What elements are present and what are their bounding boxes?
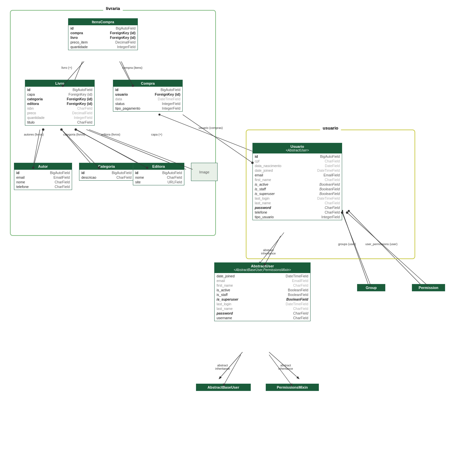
table-row: last_name CharField — [215, 306, 310, 311]
table-row: data_nascimento DateField — [253, 163, 342, 168]
table-row: id BigAutoField — [253, 154, 342, 159]
table-row: tipo_pagamento IntegerField — [113, 106, 182, 111]
entity-abstractuser-header: AbstractUser <AbstractBaseUser,Permissio… — [215, 263, 310, 273]
relation-compra-itens: compra (itens) — [122, 66, 142, 69]
entity-usuario-body: id BigAutoField cpf CharField data_nasci… — [253, 153, 342, 220]
table-row: preco DecimalField — [25, 111, 94, 115]
group-usuario-label: usuario — [320, 126, 341, 131]
table-row: username CharField — [215, 316, 310, 320]
image-capa: Image — [191, 163, 218, 181]
table-row: capa ForeignKey (id) — [25, 92, 94, 97]
table-row: data DateTimeField — [113, 97, 182, 101]
relation-autores-livros: autores (livros) — [24, 133, 44, 136]
entity-autor-body: id BigAutoField email EmailField nome Ch… — [14, 170, 72, 190]
table-row: email EmailField — [14, 175, 72, 180]
relation-user-permissions-user: user_permissions (user) — [365, 242, 398, 246]
entity-editora-body: id BigAutoField nome CharField site URLF… — [133, 170, 184, 185]
entity-livro-header: Livro — [25, 80, 94, 87]
table-row: password CharField — [215, 311, 310, 316]
table-row: cpf CharField — [253, 159, 342, 163]
entity-group-header: Group — [357, 284, 385, 291]
entity-permission-header: Permission — [412, 284, 445, 291]
relation-abstract-inheritance3: abstract inheritance — [278, 360, 293, 370]
svg-line-39 — [269, 355, 292, 386]
table-row: editora ForeignKey (id) — [25, 101, 94, 106]
relation-abstract-inheritance2: abstract inheritance — [215, 360, 230, 370]
relation-abstract-inheritance1: abstract inheritance — [261, 245, 276, 255]
table-row: tipo_usuario IntegerField — [253, 215, 342, 219]
entity-categoria: Categoria id BigAutoField descricao Char… — [79, 163, 134, 181]
table-row: first_name CharField — [253, 177, 342, 182]
table-row: email EmailField — [253, 173, 342, 177]
table-row: id BigAutoField — [113, 87, 182, 92]
entity-abstractuser-body: date_joined DateTimeField email EmailFie… — [215, 273, 310, 321]
entity-itenscompra-header: ItensCompra — [68, 19, 138, 25]
entity-usuario-header: Usuario <AbstractUser> — [253, 143, 342, 153]
table-row: id BigAutoField — [25, 87, 94, 92]
entity-group: Group — [357, 284, 385, 291]
table-row: nome CharField — [14, 180, 72, 184]
table-row: date_joined DateTimeField — [253, 168, 342, 173]
table-row: email EmailField — [215, 278, 310, 283]
table-row: quantidade IntegerField — [68, 45, 138, 49]
table-row: quantidade IntegerField — [25, 115, 94, 120]
table-row: livro ForeignKey (id) — [68, 35, 138, 40]
table-row: id BigAutoField — [133, 170, 184, 175]
table-row: is_superuser BooleanField — [253, 191, 342, 196]
entity-permission: Permission — [412, 284, 445, 291]
table-row: password CharField — [253, 205, 342, 210]
relation-capa-plus: capa (+) — [151, 133, 162, 136]
relation-livro-plus: livro (+) — [61, 66, 72, 69]
relation-editora-livros: editora (livros) — [101, 133, 120, 136]
entity-compra-body: id BigAutoField usuario ForeignKey (id) … — [113, 87, 182, 111]
entity-livro-body: id BigAutoField capa ForeignKey (id) cat… — [25, 87, 94, 125]
table-row: is_superuser BooleanField — [215, 297, 310, 302]
entity-compra-header: Compra — [113, 80, 182, 87]
table-row: date_joined DateTimeField — [215, 274, 310, 278]
table-row: last_login DateTimeField — [253, 196, 342, 201]
table-row: id BigAutoField — [79, 170, 134, 175]
relation-groups-user: groups (user) — [338, 242, 356, 246]
table-row: descricao CharField — [79, 175, 134, 180]
entity-autor-header: Autor — [14, 163, 72, 170]
table-row: last_login DateTimeField — [215, 302, 310, 306]
entity-livro: Livro id BigAutoField capa ForeignKey (i… — [25, 80, 95, 126]
svg-line-38 — [223, 355, 241, 386]
table-row: usuario ForeignKey (id) — [113, 92, 182, 97]
entity-usuario: Usuario <AbstractUser> id BigAutoField c… — [252, 143, 342, 220]
diagram-container: livraria usuario ItensCompra id BigAutoF… — [0, 0, 472, 476]
entity-categoria-header: Categoria — [79, 163, 134, 170]
table-row: is_active BooleanField — [253, 182, 342, 187]
table-row: telefone CharField — [14, 184, 72, 189]
table-row: is_active BooleanField — [215, 288, 310, 292]
relation-usuario-compras: usuario (compras) — [199, 126, 223, 130]
entity-editora-header: Editora — [133, 163, 184, 170]
relation-categoria-livros: categoria (livros) — [63, 133, 85, 136]
entity-autor: Autor id BigAutoField email EmailField n… — [14, 163, 72, 190]
table-row: is_staff BooleanField — [215, 292, 310, 297]
entity-abstractbaseuser-header: AbstractBaseUser — [196, 384, 250, 391]
table-row: id BigAutoField — [68, 26, 138, 31]
entity-categoria-body: id BigAutoField descricao CharField — [79, 170, 134, 180]
table-row: site URLField — [133, 180, 184, 184]
entity-itenscompra-body: id BigAutoField compra ForeignKey (id) l… — [68, 25, 138, 50]
table-row: status IntegerField — [113, 101, 182, 106]
group-livraria-label: livraria — [103, 6, 123, 11]
table-row: isbn CharField — [25, 106, 94, 111]
table-row: last_name CharField — [253, 201, 342, 205]
table-row: telefone CharField — [253, 210, 342, 215]
entity-permissionsmixin: PermissionsMixin — [266, 384, 319, 391]
table-row: preco_item DecimalField — [68, 40, 138, 45]
entity-editora: Editora id BigAutoField nome CharField s… — [133, 163, 184, 185]
entity-itenscompra: ItensCompra id BigAutoField compra Forei… — [68, 18, 138, 50]
table-row: categoria ForeignKey (id) — [25, 97, 94, 101]
entity-abstractbaseuser: AbstractBaseUser — [196, 384, 251, 391]
table-row: id BigAutoField — [14, 170, 72, 175]
entity-abstractuser: AbstractUser <AbstractBaseUser,Permissio… — [214, 262, 311, 321]
entity-compra: Compra id BigAutoField usuario ForeignKe… — [113, 80, 183, 112]
table-row: titulo CharField — [25, 120, 94, 125]
table-row: nome CharField — [133, 175, 184, 180]
entity-permissionsmixin-header: PermissionsMixin — [266, 384, 319, 391]
table-row: first_name CharField — [215, 283, 310, 288]
table-row: compra ForeignKey (id) — [68, 31, 138, 35]
